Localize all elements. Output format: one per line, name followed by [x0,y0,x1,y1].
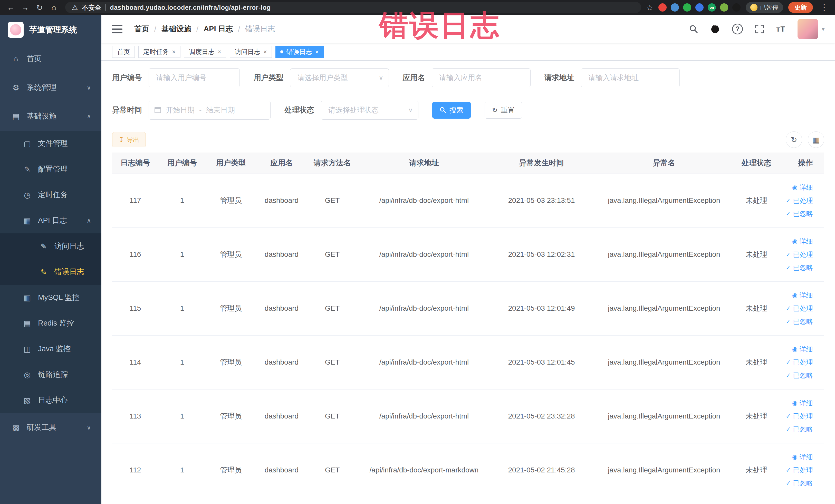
extension-icon[interactable]: on [708,3,716,12]
refresh-button[interactable]: ↻ [786,132,802,148]
update-button[interactable]: 更新 [788,2,813,13]
ignored-link[interactable]: ✓已忽略 [786,479,813,488]
export-button[interactable]: ↧ 导出 [112,132,146,147]
sidebar-item-access-log[interactable]: ✎访问日志 [0,234,101,259]
filter-process-status: 处理状态 ∨ [284,101,419,120]
sidebar-collapse-icon[interactable] [111,25,122,33]
cell-app: dashboard [256,281,307,335]
user-type-select[interactable] [290,68,389,87]
extension-icon[interactable] [720,3,728,12]
extension-icon[interactable] [671,3,679,12]
app-logo[interactable]: 芋道管理系统 [0,15,101,44]
detail-link[interactable]: ◉详细 [792,237,813,246]
sidebar-item-java[interactable]: ◫Java 监控 [0,336,101,362]
extension-icon[interactable] [658,3,667,12]
ignored-link[interactable]: ✓已忽略 [786,263,813,272]
processed-link[interactable]: ✓已处理 [786,196,813,205]
processed-link[interactable]: ✓已处理 [786,466,813,475]
breadcrumb-item[interactable]: 错误日志 [245,24,275,34]
sidebar-item-label: 系统管理 [27,82,57,93]
cell-id: 112 [112,443,158,497]
paused-chip[interactable]: 已暂停 [746,2,783,13]
tab-首页[interactable]: 首页 [112,46,135,58]
sidebar-item-job[interactable]: ◷定时任务 [0,182,101,208]
detail-link[interactable]: ◉详细 [792,291,813,300]
bunny-icon [10,24,21,36]
tab-定时任务[interactable]: 定时任务× [138,46,180,58]
action-label: 详细 [799,399,813,408]
processed-link[interactable]: ✓已处理 [786,412,813,421]
table-row: 1141管理员dashboardGET/api/infra/db-doc/exp… [112,335,824,389]
close-icon[interactable]: × [172,48,176,56]
help-icon[interactable]: ? [732,24,743,35]
extension-icon[interactable] [695,3,704,12]
check-icon: ✓ [786,197,791,204]
ignored-link[interactable]: ✓已忽略 [786,317,813,326]
sidebar-item-home[interactable]: ⌂首页 [0,44,101,73]
cell-status: 未处理 [736,389,777,443]
sidebar-item-log-center[interactable]: ▧日志中心 [0,387,101,413]
range-separator: - [199,106,202,114]
sidebar-item-dev-tools[interactable]: ▩研发工具∨ [0,413,101,442]
forward-button[interactable]: → [19,1,31,14]
search-icon[interactable] [689,24,698,34]
detail-link[interactable]: ◉详细 [792,452,813,462]
security-label: 不安全 [82,3,101,12]
back-button[interactable]: ← [5,1,17,14]
app-name-input[interactable] [432,68,531,87]
ignored-link[interactable]: ✓已忽略 [786,425,813,434]
cell-actions: ◉详细✓已处理✓已忽略 [777,443,824,497]
column-settings-button[interactable]: ▦ [808,132,824,148]
search-button[interactable]: 搜索 [432,102,471,119]
reset-button[interactable]: ↻ 重置 [485,102,522,119]
request-url-input[interactable] [581,68,680,87]
github-icon[interactable] [710,24,720,34]
ignored-link[interactable]: ✓已忽略 [786,209,813,218]
sidebar-item-trace[interactable]: ◎链路追踪 [0,362,101,387]
date-range-picker[interactable]: 开始日期 - 结束日期 [149,101,270,120]
detail-link[interactable]: ◉详细 [792,399,813,408]
font-size-icon[interactable]: тT [776,25,786,33]
tab-错误日志[interactable]: 错误日志× [276,46,324,58]
detail-link[interactable]: ◉详细 [792,345,813,354]
breadcrumb-item[interactable]: 首页 [134,24,149,34]
check-icon: ✓ [786,480,791,487]
close-icon[interactable]: × [218,48,221,56]
close-icon[interactable]: × [315,48,319,56]
reload-button[interactable]: ↻ [33,1,46,14]
breadcrumb-item[interactable]: API 日志 [204,24,233,34]
sidebar-item-error-log[interactable]: ✎错误日志 [0,259,101,285]
check-icon: ✓ [786,466,791,474]
sidebar-item-system[interactable]: ⚙系统管理∨ [0,73,101,102]
cell-actions: ◉详细✓已处理✓已忽略 [777,174,824,227]
sidebar-item-api-log[interactable]: ▦API 日志∧ [0,208,101,234]
action-label: 详细 [799,345,813,354]
ignored-link[interactable]: ✓已忽略 [786,371,813,380]
sidebar-item-redis[interactable]: ▤Redis 监控 [0,310,101,336]
bookmark-star-icon[interactable]: ☆ [646,3,653,12]
browser-menu-kebab-icon[interactable]: ⋮ [818,3,830,12]
tab-调度日志[interactable]: 调度日志× [184,46,226,58]
extension-icon[interactable] [683,3,691,12]
sidebar-item-infra[interactable]: ▤基础设施∧ [0,102,101,131]
home-button[interactable]: ⌂ [48,1,60,14]
detail-link[interactable]: ◉详细 [792,183,813,192]
cell-status: 未处理 [736,335,777,389]
sidebar-item-file[interactable]: ▢文件管理 [0,131,101,156]
processed-link[interactable]: ✓已处理 [786,358,813,367]
fullscreen-icon[interactable] [755,24,765,34]
tab-访问日志[interactable]: 访问日志× [230,46,272,58]
close-icon[interactable]: × [263,48,267,56]
url-bar[interactable]: ⚠ 不安全 dashboard.yudao.iocoder.cn/infra/l… [65,2,641,13]
user-id-input[interactable] [149,68,240,87]
sidebar-item-mysql[interactable]: ▥MySQL 监控 [0,285,101,310]
user-menu[interactable]: ▾ [797,19,825,39]
cell-time: 2021-05-02 21:45:28 [491,443,592,497]
processed-link[interactable]: ✓已处理 [786,250,813,259]
search-button-label: 搜索 [449,105,463,115]
processed-link[interactable]: ✓已处理 [786,304,813,313]
extension-icon[interactable] [732,3,740,12]
breadcrumb-item[interactable]: 基础设施 [161,24,191,34]
sidebar-item-config[interactable]: ✎配置管理 [0,156,101,182]
process-status-select[interactable] [321,101,419,120]
